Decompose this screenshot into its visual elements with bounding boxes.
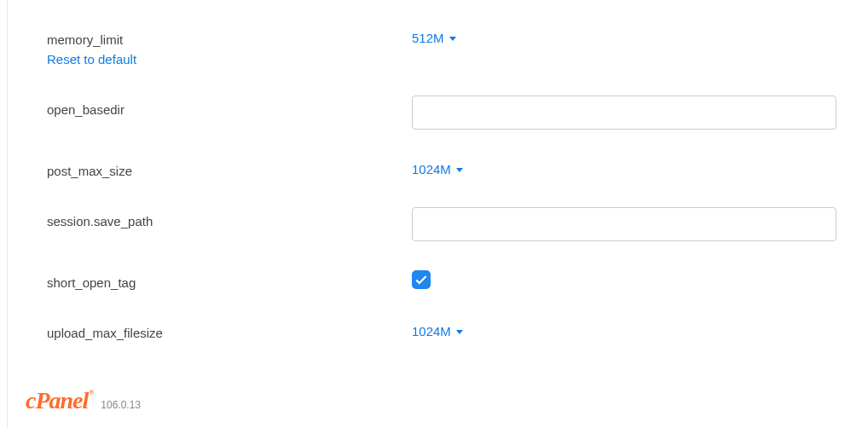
caret-down-icon xyxy=(449,37,456,41)
open-basedir-input[interactable] xyxy=(412,95,836,130)
cpanel-version: 106.0.13 xyxy=(101,399,141,411)
upload-max-filesize-dropdown[interactable]: 1024M xyxy=(412,319,463,338)
memory-limit-dropdown[interactable]: 512M xyxy=(412,26,456,45)
short-open-tag-checkbox[interactable] xyxy=(412,270,431,289)
post-max-size-value: 1024M xyxy=(412,162,451,176)
reset-to-default-link[interactable]: Reset to default xyxy=(47,50,136,68)
caret-down-icon xyxy=(456,168,463,172)
setting-label-post-max-size: post_max_size xyxy=(47,162,412,180)
post-max-size-dropdown[interactable]: 1024M xyxy=(412,157,463,176)
cpanel-logo: cPanel® xyxy=(26,387,92,414)
upload-max-filesize-value: 1024M xyxy=(412,324,451,338)
memory-limit-value: 512M xyxy=(412,31,444,45)
setting-label-session-save-path: session.save_path xyxy=(47,212,412,230)
setting-label-short-open-tag: short_open_tag xyxy=(47,274,412,292)
session-save-path-input[interactable] xyxy=(412,207,836,241)
check-icon xyxy=(415,275,427,285)
setting-label-open-basedir: open_basedir xyxy=(47,101,412,119)
caret-down-icon xyxy=(456,330,463,334)
setting-label-upload-max-filesize: upload_max_filesize xyxy=(47,324,412,342)
setting-label-memory-limit: memory_limit xyxy=(47,31,412,49)
